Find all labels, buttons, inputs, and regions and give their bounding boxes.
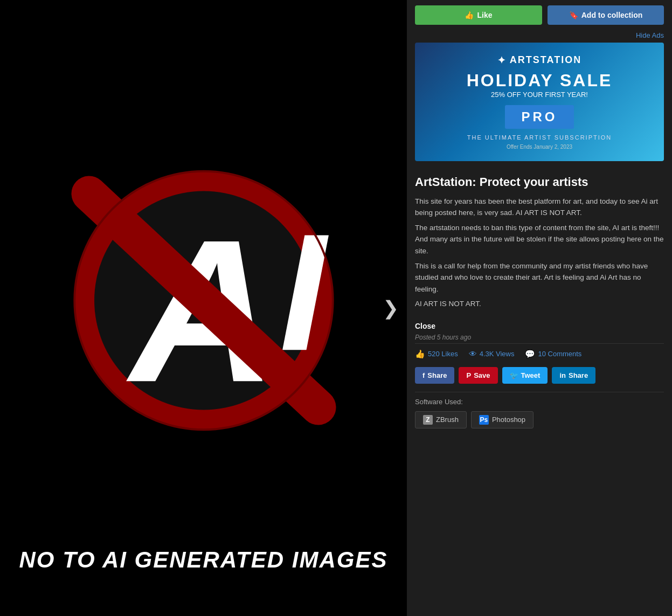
twitter-tweet-button[interactable]: 🐦 Tweet — [502, 367, 548, 384]
close-link[interactable]: Close — [415, 322, 664, 330]
zbrush-tag[interactable]: Z ZBrush — [415, 411, 467, 428]
artstation-star-icon: ✦ — [497, 54, 507, 66]
artwork-panel: A I NO TO AI GENERATED IMAGES ❯ — [0, 0, 407, 616]
next-arrow[interactable]: ❯ — [383, 297, 399, 320]
ad-subtitle: THE ULTIMATE ARTIST SUBSCRIPTION — [467, 134, 612, 141]
software-tags: Z ZBrush Ps Photoshop — [415, 411, 664, 428]
photoshop-icon: Ps — [479, 415, 489, 425]
zbrush-icon: Z — [423, 415, 433, 425]
action-buttons-row: 👍 Like 🔖 Add to collection — [407, 0, 672, 30]
likes-stat[interactable]: 👍 520 Likes — [415, 349, 458, 359]
right-panel: 👍 Like 🔖 Add to collection Hide Ads ✦ AR… — [407, 0, 672, 616]
article-body: This site for years has been the best pl… — [407, 196, 672, 319]
ad-discount: 25% OFF YOUR FIRST YEAR! — [491, 91, 588, 99]
like-button[interactable]: 👍 Like — [415, 5, 542, 25]
pinterest-icon: P — [466, 371, 471, 379]
ad-offer-ends: Offer Ends January 2, 2023 — [507, 144, 572, 150]
add-to-collection-button[interactable]: 🔖 Add to collection — [548, 5, 664, 25]
stats-row: 👍 520 Likes 👁 4.3K Views 💬 10 Comments — [407, 344, 672, 364]
likes-count: 520 Likes — [428, 350, 458, 358]
posted-time: Posted 5 hours ago — [415, 334, 471, 341]
article-para-1: This site for years has been the best pl… — [415, 196, 664, 219]
ai-symbol: A I — [0, 0, 407, 616]
comment-icon: 💬 — [525, 349, 535, 359]
views-count: 4.3K Views — [480, 350, 515, 358]
share-buttons-row: f Share P Save 🐦 Tweet in Share — [407, 364, 672, 392]
hide-ads-link[interactable]: Hide Ads — [407, 30, 672, 43]
eye-icon: 👁 — [469, 349, 477, 358]
bookmark-icon: 🔖 — [569, 11, 578, 19]
software-label: Software Used: — [415, 398, 664, 406]
facebook-icon: f — [422, 371, 425, 379]
artwork-container: A I NO TO AI GENERATED IMAGES — [0, 0, 407, 616]
thumbs-icon: 👍 — [415, 349, 425, 359]
ad-headline: HOLIDAY SALE — [467, 71, 613, 91]
linkedin-icon: in — [559, 371, 566, 379]
comments-count: 10 Comments — [538, 350, 581, 358]
linkedin-share-button[interactable]: in Share — [552, 367, 595, 384]
article-para-4: AI ART IS NOT ART. — [415, 298, 664, 310]
article-para-3: This is a call for help from the communi… — [415, 260, 664, 295]
twitter-icon: 🐦 — [510, 371, 518, 379]
pinterest-save-button[interactable]: P Save — [459, 367, 497, 384]
article-footer: Close Posted 5 hours ago — [407, 319, 672, 343]
no-ai-graphic: A I — [37, 152, 371, 465]
comments-stat[interactable]: 💬 10 Comments — [525, 349, 581, 359]
software-section: Software Used: Z ZBrush Ps Photoshop — [407, 392, 672, 437]
photoshop-label: Photoshop — [492, 416, 525, 424]
facebook-share-button[interactable]: f Share — [415, 367, 454, 384]
ad-logo: ✦ ARTSTATION — [497, 54, 581, 66]
ad-pro-badge: PRO — [505, 105, 573, 129]
article-para-2: The artstation needs to ban this type of… — [415, 222, 664, 257]
ad-banner[interactable]: ✦ ARTSTATION HOLIDAY SALE 25% OFF YOUR F… — [415, 43, 664, 161]
views-stat: 👁 4.3K Views — [469, 349, 515, 358]
photoshop-tag[interactable]: Ps Photoshop — [471, 411, 534, 428]
thumbs-up-icon: 👍 — [465, 11, 474, 19]
artwork-title: NO TO AI GENERATED IMAGES — [0, 547, 407, 573]
zbrush-label: ZBrush — [436, 416, 459, 424]
article-title: ArtStation: Protect your artists — [407, 169, 672, 196]
